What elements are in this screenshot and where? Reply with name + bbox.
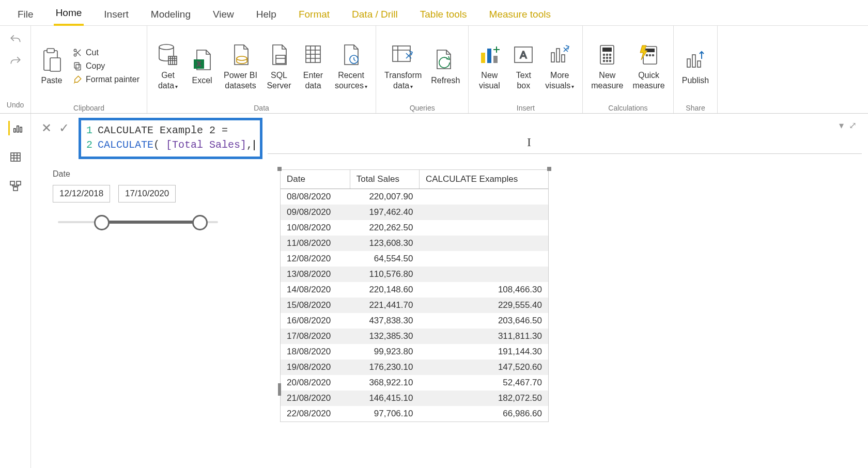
table-row[interactable]: 12/08/202064,554.50 [281,251,548,267]
table-row[interactable]: 21/08/2020146,415.10182,072.50 [281,391,548,406]
transform-data-label: Transform data▾ [384,70,422,90]
table-row[interactable]: 10/08/2020220,262.50 [281,220,548,236]
table-cell [419,251,548,267]
tab-modeling[interactable]: Modeling [149,5,193,25]
table-cell: 220,148.60 [350,282,419,298]
menu-tabs: File Home Insert Modeling View Help Form… [0,0,868,26]
selection-handle[interactable] [277,167,282,171]
tab-help[interactable]: Help [254,5,278,25]
calculations-group-label: Calculations [608,103,647,112]
cancel-formula-button[interactable]: ✕ [41,121,52,135]
table-row[interactable]: 09/08/2020197,462.40 [281,205,548,220]
recent-sources-button[interactable]: Recent sources▾ [334,41,368,90]
new-visual-button[interactable]: New visual [476,41,503,90]
tab-home[interactable]: Home [54,3,84,26]
format-painter-button[interactable]: Format painter [72,74,140,85]
formula-editor[interactable]: 1 CALCULATE Example 2 = 2 CALCULATE( [To… [79,118,262,159]
table-row[interactable]: 15/08/2020221,441.70229,555.40 [281,298,548,313]
enter-data-button[interactable]: Enter data [300,41,327,90]
undo-button[interactable] [9,33,22,50]
date-slicer-visual[interactable]: Date 12/12/2018 17/10/2020 [53,169,223,232]
sql-server-button[interactable]: SQL Server [266,41,292,90]
table-row[interactable]: 19/08/2020176,230.10147,520.60 [281,360,548,375]
slider-handle-start[interactable] [94,215,110,230]
table-row[interactable]: 08/08/2020220,007.90 [281,189,548,205]
tab-data-drill[interactable]: Data / Drill [350,5,400,25]
table-cell [419,236,548,251]
slicer-from-date[interactable]: 12/12/2018 [53,185,110,202]
copy-button[interactable]: Copy [72,61,140,71]
table-row[interactable]: 14/08/2020220,148.60108,466.30 [281,282,548,298]
new-measure-label: New measure [591,70,623,90]
col-header-date[interactable]: Date [281,170,350,189]
pbi-datasets-icon [228,41,253,68]
cut-label: Cut [86,48,99,57]
tab-table-tools[interactable]: Table tools [418,5,469,25]
table-row[interactable]: 18/08/202099,923.80191,144.30 [281,344,548,360]
model-view-button[interactable] [8,179,23,193]
table-cell: 09/08/2020 [281,205,350,220]
clipboard-group-label: Clipboard [73,103,104,112]
ribbon-group-calculations: New measure Quick measure Calculations [583,26,674,113]
ribbon-group-queries: Transform data▾ Refresh Queries [376,26,469,113]
svg-point-29 [603,57,605,59]
queries-group-label: Queries [410,103,435,112]
selection-handle[interactable] [278,383,281,396]
selection-handle[interactable] [547,167,551,171]
table-cell: 97,706.10 [350,406,419,422]
quick-measure-label: Quick measure [633,70,665,90]
table-row[interactable]: 20/08/2020368,922.1052,467.70 [281,375,548,391]
refresh-button[interactable]: Refresh [430,46,461,85]
paste-button[interactable]: Paste [38,46,65,85]
commit-formula-button[interactable]: ✓ [59,121,69,135]
table-cell [419,267,548,282]
cut-button[interactable]: Cut [72,48,140,58]
get-data-button[interactable]: Get data▾ [154,41,181,90]
pbi-datasets-button[interactable]: Power BI datasets [223,41,258,90]
table-cell: 14/08/2020 [281,282,350,298]
date-range-slider[interactable] [53,212,223,232]
formula-bar-extension[interactable]: I ▾ ⤢ [268,118,862,154]
svg-rect-41 [692,55,695,67]
table-row[interactable]: 11/08/2020123,608.30 [281,236,548,251]
table-cell [419,220,548,236]
tab-format[interactable]: Format [297,5,332,25]
formula-dropdown-icon[interactable]: ▾ [839,120,844,131]
formula-expand-icon[interactable]: ⤢ [849,120,857,131]
data-view-button[interactable] [8,150,23,164]
more-visuals-button[interactable]: More visuals▾ [544,41,575,90]
table-cell: 20/08/2020 [281,375,350,391]
report-view-button[interactable] [8,121,23,135]
slider-handle-end[interactable] [192,215,208,230]
redo-button[interactable] [9,55,22,71]
new-measure-button[interactable]: New measure [590,41,624,90]
col-header-calc-examples[interactable]: CALCULATE Examples [419,170,548,189]
table-row[interactable]: 16/08/2020437,838.30203,646.50 [281,313,548,329]
table-row[interactable]: 13/08/2020110,576.80 [281,267,548,282]
svg-point-37 [646,55,647,56]
publish-label: Publish [682,75,709,85]
slicer-to-date[interactable]: 17/10/2020 [118,185,176,202]
table-cell [419,205,548,220]
col-header-total-sales[interactable]: Total Sales [350,170,419,189]
text-box-button[interactable]: A Text box [510,41,537,90]
table-row[interactable]: 17/08/2020132,385.30311,811.30 [281,329,548,344]
excel-button[interactable]: X Excel [189,46,215,85]
publish-button[interactable]: Publish [681,46,710,85]
transform-data-button[interactable]: Transform data▾ [383,41,423,90]
tab-file[interactable]: File [16,5,36,25]
svg-point-34 [610,60,611,62]
svg-rect-42 [698,61,701,67]
tab-insert[interactable]: Insert [102,5,131,25]
enter-data-label: Enter data [303,70,323,90]
quick-measure-button[interactable]: Quick measure [632,41,666,90]
svg-rect-45 [20,127,21,132]
tab-view[interactable]: View [211,5,236,25]
table-visual[interactable]: Date Total Sales CALCULATE Examples 08/0… [280,169,549,422]
tab-measure-tools[interactable]: Measure tools [487,5,553,25]
formula-text-line2: CALCULATE( [Total Sales], [98,138,255,152]
table-cell: 66,986.60 [419,406,548,422]
table-cell: 197,462.40 [350,205,419,220]
get-data-label: Get data▾ [158,70,178,90]
table-row[interactable]: 22/08/202097,706.1066,986.60 [281,406,548,422]
